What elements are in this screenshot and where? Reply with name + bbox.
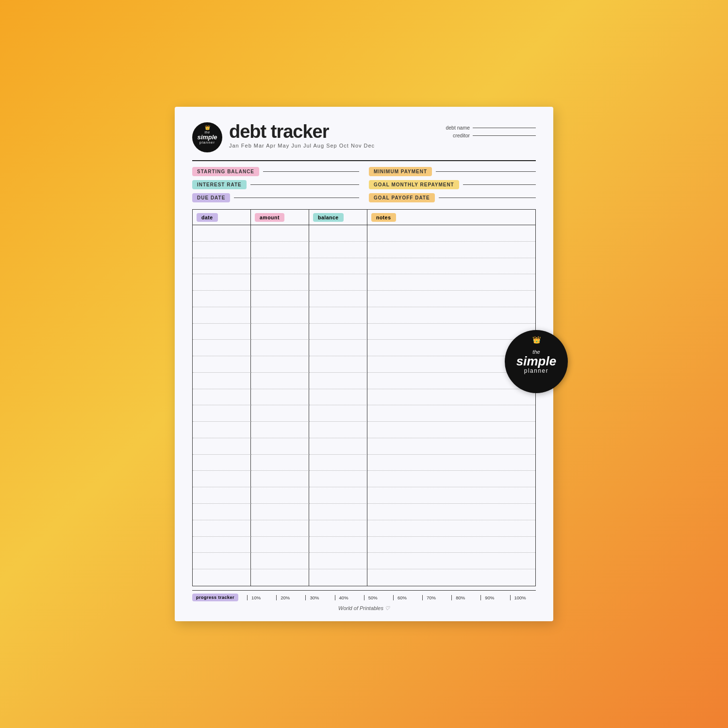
balance-cell[interactable] xyxy=(309,569,367,586)
notes-cell[interactable] xyxy=(367,405,535,422)
notes-cell[interactable] xyxy=(367,537,535,553)
amount-cell[interactable] xyxy=(251,225,309,242)
notes-cell[interactable] xyxy=(367,422,535,438)
balance-cell[interactable] xyxy=(309,537,367,553)
balance-cell[interactable] xyxy=(309,307,367,324)
balance-cell[interactable] xyxy=(309,553,367,569)
notes-cell[interactable] xyxy=(367,487,535,504)
goal-monthly-line xyxy=(463,184,536,185)
balance-cell[interactable] xyxy=(309,438,367,455)
goal-monthly-row: GOAL MONTHLY REPAYMENT xyxy=(369,180,536,189)
debt-tracker-page: 👑 the simple planner debt tracker debt n… xyxy=(175,107,553,621)
notes-cell[interactable] xyxy=(367,258,535,275)
date-cell[interactable] xyxy=(193,471,251,487)
amount-cell[interactable] xyxy=(251,242,309,258)
date-cell[interactable] xyxy=(193,569,251,586)
balance-cell[interactable] xyxy=(309,356,367,373)
balance-cell[interactable] xyxy=(309,242,367,258)
date-cell[interactable] xyxy=(193,356,251,373)
balance-cell[interactable] xyxy=(309,405,367,422)
balance-cell[interactable] xyxy=(309,324,367,340)
balance-cell[interactable] xyxy=(309,274,367,291)
amount-cell[interactable] xyxy=(251,537,309,553)
balance-cell[interactable] xyxy=(309,471,367,487)
balance-cell[interactable] xyxy=(309,455,367,471)
notes-cell[interactable] xyxy=(367,389,535,406)
amount-cell[interactable] xyxy=(251,422,309,438)
date-cell[interactable] xyxy=(193,537,251,553)
notes-cell[interactable] xyxy=(367,324,535,340)
notes-cell[interactable] xyxy=(367,438,535,455)
notes-cell[interactable] xyxy=(367,274,535,291)
amount-cell[interactable] xyxy=(251,324,309,340)
amount-cell[interactable] xyxy=(251,455,309,471)
notes-cell[interactable] xyxy=(367,471,535,487)
date-cell[interactable] xyxy=(193,373,251,389)
starting-balance-label: STARTING BALANCE xyxy=(192,167,259,176)
notes-cell[interactable] xyxy=(367,225,535,242)
date-cell[interactable] xyxy=(193,340,251,356)
date-cell[interactable] xyxy=(193,324,251,340)
balance-col-label: balance xyxy=(313,213,344,222)
amount-cell[interactable] xyxy=(251,520,309,537)
balance-cell[interactable] xyxy=(309,504,367,520)
amount-cell[interactable] xyxy=(251,504,309,520)
balance-cell[interactable] xyxy=(309,422,367,438)
amount-cell[interactable] xyxy=(251,274,309,291)
interest-rate-line xyxy=(250,184,359,185)
date-cell[interactable] xyxy=(193,291,251,307)
amount-cell[interactable] xyxy=(251,569,309,586)
date-cell[interactable] xyxy=(193,438,251,455)
balance-cell[interactable] xyxy=(309,258,367,275)
notes-cell[interactable] xyxy=(367,504,535,520)
balance-cell[interactable] xyxy=(309,340,367,356)
date-cell[interactable] xyxy=(193,405,251,422)
balance-cell[interactable] xyxy=(309,520,367,537)
date-cell[interactable] xyxy=(193,487,251,504)
notes-cell[interactable] xyxy=(367,553,535,569)
amount-cell[interactable] xyxy=(251,405,309,422)
goal-payoff-label: GOAL PAYOFF DATE xyxy=(369,193,435,202)
date-cell[interactable] xyxy=(193,225,251,242)
amount-cell[interactable] xyxy=(251,471,309,487)
amount-cell[interactable] xyxy=(251,307,309,324)
amount-cell[interactable] xyxy=(251,340,309,356)
logo-planner: planner xyxy=(199,140,215,145)
creditor-line xyxy=(473,135,536,136)
due-date-label: DUE DATE xyxy=(192,193,230,202)
date-cell[interactable] xyxy=(193,504,251,520)
notes-cell[interactable] xyxy=(367,307,535,324)
date-cell[interactable] xyxy=(193,258,251,275)
due-date-row: DUE DATE xyxy=(192,193,359,202)
amount-cell[interactable] xyxy=(251,389,309,406)
notes-cell[interactable] xyxy=(367,520,535,537)
notes-cell[interactable] xyxy=(367,291,535,307)
balance-cell[interactable] xyxy=(309,373,367,389)
creditor-row: creditor xyxy=(453,132,536,138)
date-cell[interactable] xyxy=(193,455,251,471)
notes-cell[interactable] xyxy=(367,455,535,471)
amount-cell[interactable] xyxy=(251,373,309,389)
amount-cell[interactable] xyxy=(251,258,309,275)
amount-cell[interactable] xyxy=(251,553,309,569)
date-cell[interactable] xyxy=(193,553,251,569)
balance-cell[interactable] xyxy=(309,487,367,504)
date-cell[interactable] xyxy=(193,307,251,324)
amount-cell[interactable] xyxy=(251,356,309,373)
balance-cell[interactable] xyxy=(309,225,367,242)
amount-cell[interactable] xyxy=(251,487,309,504)
date-cell[interactable] xyxy=(193,274,251,291)
amount-cell[interactable] xyxy=(251,438,309,455)
date-cell[interactable] xyxy=(193,422,251,438)
table-row xyxy=(193,422,535,438)
date-cell[interactable] xyxy=(193,242,251,258)
creditor-label: creditor xyxy=(453,132,470,138)
progress-items: 10%20%30%40%50%60%70%80%90%100% xyxy=(241,595,536,600)
amount-cell[interactable] xyxy=(251,291,309,307)
balance-cell[interactable] xyxy=(309,291,367,307)
notes-cell[interactable] xyxy=(367,242,535,258)
date-cell[interactable] xyxy=(193,520,251,537)
notes-cell[interactable] xyxy=(367,569,535,586)
balance-cell[interactable] xyxy=(309,389,367,406)
date-cell[interactable] xyxy=(193,389,251,406)
